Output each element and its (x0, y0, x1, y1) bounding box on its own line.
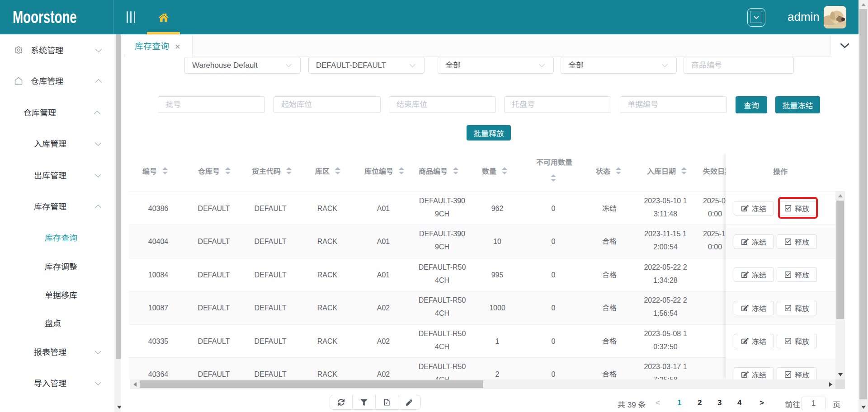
svg-text:x: x (385, 401, 387, 405)
